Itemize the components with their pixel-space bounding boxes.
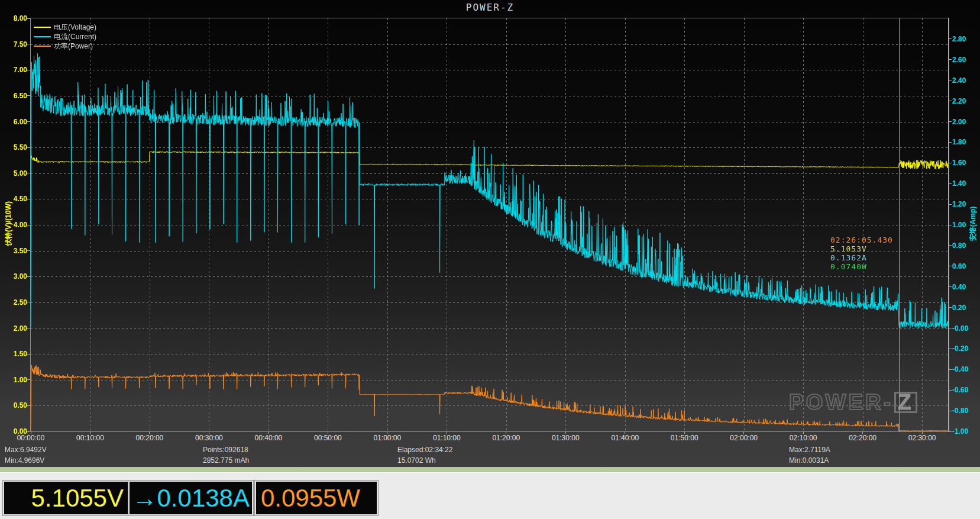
x-tick-label: 00:40:00 <box>255 434 283 442</box>
y-left-tick-label: 8.00 <box>4 14 27 22</box>
y-left-tick <box>27 95 30 96</box>
y-right-tick-label: 0.80 <box>952 241 966 250</box>
y-right-tick <box>949 142 952 143</box>
x-tick <box>328 431 328 434</box>
x-tick <box>565 431 566 434</box>
x-tick-label: 00:30:00 <box>195 434 223 442</box>
legend-line-swatch <box>34 27 51 28</box>
y-right-tick <box>949 266 952 266</box>
y-left-tick <box>27 302 30 302</box>
x-tick <box>506 431 506 434</box>
y-right-tick <box>949 328 952 328</box>
y-left-tick-label: 2.00 <box>4 324 27 333</box>
legend-item[interactable]: 功率(Power) <box>34 41 96 51</box>
y-left-tick-label: 6.00 <box>4 118 27 126</box>
x-tick-label: 00:00:00 <box>17 434 45 442</box>
status-min-voltage: Min:4.9696V <box>5 456 44 465</box>
chart-region: POWER-Z 电压(Voltage)电流(Current)功率(Power) … <box>0 0 980 467</box>
x-tick-label: 01:20:00 <box>492 434 520 442</box>
y-left-tick-label: 4.50 <box>4 195 27 203</box>
watermark-z-logo: Z <box>894 392 917 413</box>
y-left-tick <box>27 225 30 225</box>
y-left-tick-label: 2.50 <box>4 298 27 307</box>
x-tick-label: 02:30:00 <box>908 434 936 442</box>
y-right-tick <box>949 431 952 432</box>
legend-label: 电流(Current) <box>54 32 96 42</box>
x-tick <box>90 431 90 434</box>
y-left-tick <box>27 147 30 148</box>
legend-line-swatch <box>34 46 51 47</box>
y-left-tick-label: 5.50 <box>4 143 27 151</box>
chart-cursor-line[interactable] <box>899 18 900 431</box>
cursor-tooltip: 02:26:05.430 5.1053V 0.1362A 0.0740W <box>830 236 893 271</box>
y-left-tick <box>27 276 30 277</box>
tooltip-voltage: 5.1053V <box>830 244 893 253</box>
y-right-tick-label: 2.00 <box>952 118 966 126</box>
y-right-tick <box>949 225 952 225</box>
y-right-tick <box>949 101 952 101</box>
y-right-tick <box>949 183 952 184</box>
current-readout: →0.0138A <box>128 481 253 515</box>
legend-item[interactable]: 电压(Voltage) <box>34 22 96 32</box>
y-left-tick-label: 7.00 <box>4 66 27 74</box>
voltage-readout: 5.1055V <box>3 481 131 515</box>
plot-frame <box>30 18 949 432</box>
x-tick-label: 02:00:00 <box>730 434 758 442</box>
x-tick <box>31 431 31 434</box>
tooltip-time: 02:26:05.430 <box>830 236 893 244</box>
x-tick <box>743 431 744 434</box>
y-right-tick <box>949 121 952 122</box>
y-left-tick <box>27 354 30 354</box>
x-tick-label: 01:30:00 <box>552 434 580 442</box>
x-tick-label: 02:20:00 <box>849 434 876 442</box>
x-tick-label: 01:50:00 <box>671 434 698 442</box>
y-left-tick <box>27 379 30 380</box>
y-right-tick <box>949 369 952 370</box>
tooltip-current: 0.1362A <box>830 253 893 262</box>
y-left-tick <box>27 250 30 251</box>
y-right-tick-label: 1.80 <box>952 138 966 146</box>
y-right-tick-label: -0.00 <box>952 324 968 333</box>
y-right-tick-label: -0.80 <box>952 407 968 415</box>
chart-canvas[interactable] <box>31 18 948 431</box>
y-left-tick <box>27 199 30 199</box>
y-left-tick-label: 3.50 <box>4 247 27 255</box>
status-capacity-mah: 2852.775 mAh <box>203 456 249 465</box>
y-left-tick <box>27 70 30 70</box>
status-points: Points:092618 <box>203 446 248 454</box>
legend-item[interactable]: 电流(Current) <box>34 32 96 41</box>
y-left-tick <box>27 18 30 19</box>
watermark-text: POWER- <box>789 390 893 414</box>
x-tick-label: 01:00:00 <box>373 434 401 442</box>
y-right-tick-label: -0.40 <box>952 365 968 373</box>
y-axis-right-title: 安培(Amp) <box>968 207 978 241</box>
x-tick-label: 02:10:00 <box>790 434 817 442</box>
y-right-tick <box>949 245 952 246</box>
status-elapsed: Elapsed:02:34:22 <box>397 446 452 454</box>
status-max-voltage: Max:6.9492V <box>5 446 47 454</box>
x-tick <box>149 431 150 434</box>
x-tick <box>625 431 625 434</box>
y-left-tick <box>27 121 30 122</box>
x-tick <box>862 431 863 434</box>
y-left-tick-label: 3.00 <box>4 272 27 281</box>
readout-panel: 5.1055V →0.0138A 0.0955W <box>0 473 980 519</box>
x-tick <box>387 431 387 434</box>
y-right-tick-label: 1.20 <box>952 200 966 208</box>
y-right-tick-label: 1.60 <box>952 159 966 167</box>
x-tick-label: 01:10:00 <box>433 434 461 442</box>
chart-title: POWER-Z <box>0 2 980 13</box>
tooltip-power: 0.0740W <box>830 262 893 271</box>
status-min-current: Min:0.0031A <box>789 456 829 465</box>
y-right-tick <box>949 38 952 39</box>
y-right-tick <box>949 390 952 391</box>
legend-label: 电压(Voltage) <box>54 22 96 33</box>
status-max-current: Max:2.7119A <box>789 446 830 454</box>
y-right-tick <box>949 307 952 308</box>
y-left-tick-label: 1.50 <box>4 350 27 358</box>
x-tick <box>268 431 269 434</box>
y-left-tick-label: 6.50 <box>4 92 27 100</box>
y-left-tick <box>27 173 30 173</box>
y-right-tick-label: -0.20 <box>952 344 968 353</box>
y-left-tick <box>27 405 30 406</box>
